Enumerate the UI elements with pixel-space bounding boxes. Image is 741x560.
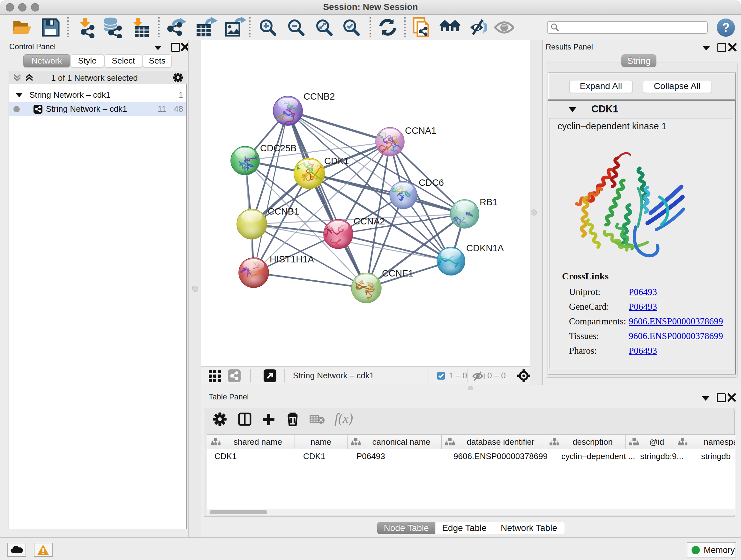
svg-text:CCNA1: CCNA1 xyxy=(405,125,436,136)
svg-text:HIST1H1A: HIST1H1A xyxy=(270,254,314,264)
svg-text:CCNB2: CCNB2 xyxy=(304,91,335,102)
svg-text:CDKN1A: CDKN1A xyxy=(466,243,504,253)
svg-text:CDC6: CDC6 xyxy=(419,178,444,188)
svg-text:RB1: RB1 xyxy=(480,197,497,207)
svg-text:CDC25B: CDC25B xyxy=(260,143,296,153)
svg-text:CCNE1: CCNE1 xyxy=(382,268,413,278)
svg-text:CDK1: CDK1 xyxy=(324,156,349,166)
svg-text:CCNA2: CCNA2 xyxy=(354,216,385,226)
svg-text:CCNB1: CCNB1 xyxy=(268,206,299,216)
